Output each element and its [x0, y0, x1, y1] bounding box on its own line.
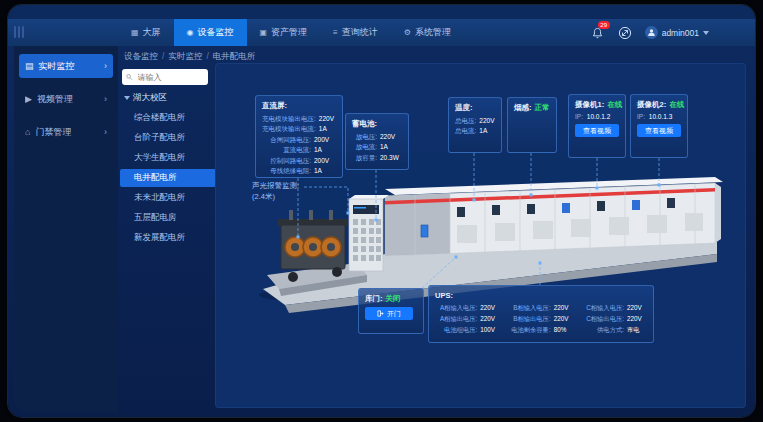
breadcrumb-label: 电井配电所: [213, 51, 256, 63]
notification-bell-icon[interactable]: 29: [591, 26, 605, 40]
tree-item-label: 台阶子配电所: [134, 132, 185, 142]
nav-item-label: 大屏: [143, 26, 161, 39]
panel-title: 烟感:正常: [514, 103, 550, 113]
sidebar-item-icon: ▤: [25, 61, 34, 71]
kv-row: B相输入电压: 220V: [508, 303, 573, 313]
kv-row: 电池剩余容量: 80%: [508, 325, 573, 335]
user-menu[interactable]: admin001: [645, 26, 709, 39]
kv-value: 80%: [554, 325, 574, 335]
nav-item[interactable]: ▣ 资产管理: [247, 19, 321, 46]
chevron-right-icon: ›: [104, 61, 107, 71]
nav-item-icon: ▣: [260, 28, 268, 37]
kv-row: 供电方式: 市电: [582, 325, 647, 335]
sidebar-item-label: 视频管理: [37, 93, 73, 106]
kv-row: 充电模块输出电压: 220V: [262, 114, 336, 124]
kv-label: 总电压:: [455, 116, 476, 126]
panel-title: 库门:关闭: [365, 294, 417, 304]
kv-row: C相输出电压: 220V: [582, 314, 647, 324]
camera-status: 在线: [669, 100, 684, 109]
ip-value: 10.0.1.3: [649, 113, 673, 120]
kv-value: 220V: [480, 303, 500, 313]
alarm-monitor-label: 声光报警监测: (2.4米): [252, 180, 299, 203]
breadcrumb-label: 设备监控: [124, 51, 158, 63]
camera-label: 摄像机2:: [637, 100, 666, 109]
app-window: ▦ 大屏 ◉ 设备监控 ▣ 资产管理 ≡ 查询统计: [8, 5, 755, 417]
door-status: 关闭: [386, 294, 401, 303]
nav-item[interactable]: ⚙ 系统管理: [391, 19, 464, 46]
battery-panel: 蓄电池: 放电压: 220V 放电流: 1A 放容量: 20.3W: [345, 113, 409, 170]
view-video-label: 查看视频: [583, 126, 611, 136]
kv-row: 充电模块输出电流: 1A: [262, 124, 336, 134]
door-label: 库门:: [365, 294, 383, 303]
alarm-sub-label: (2.4米): [252, 191, 299, 202]
kv-label: 放容量:: [352, 153, 377, 163]
notification-badge: 29: [598, 21, 610, 29]
view-video-button[interactable]: 查看视频: [575, 124, 619, 137]
camera-ip-row: IP: 10.0.1.2: [575, 113, 619, 120]
sidebar-item[interactable]: ▤ 实时监控 ›: [19, 54, 113, 78]
open-door-button[interactable]: 开门: [365, 307, 413, 320]
tree-root-node[interactable]: 湖大校区: [120, 89, 216, 107]
nav-item[interactable]: ◉ 设备监控: [174, 19, 247, 46]
tree-root-label: 湖大校区: [133, 92, 167, 104]
sidebar-item-icon: ▶: [25, 94, 32, 104]
breadcrumb-item[interactable]: 电井配电所 /: [213, 51, 256, 63]
tree-item[interactable]: 大学生配电所: [120, 149, 216, 167]
kv-row: 母线绝缘电阻: 1A: [262, 166, 336, 176]
kv-value: 220V: [554, 314, 574, 324]
smoke-label: 烟感:: [514, 103, 532, 112]
tree-item[interactable]: 电井配电所: [120, 169, 216, 187]
kv-value: 220V: [627, 303, 647, 313]
kv-label: 直流电流:: [262, 145, 311, 155]
chevron-right-icon: ›: [104, 127, 107, 137]
door-panel: 库门:关闭 开门: [358, 288, 424, 334]
smoke-status: 正常: [535, 103, 550, 112]
tree-item[interactable]: 五层配电房: [120, 209, 216, 227]
kv-value: 220V: [480, 314, 500, 324]
kv-label: 供电方式:: [582, 325, 624, 335]
kv-label: 放电流:: [352, 142, 377, 152]
fullscreen-icon[interactable]: [618, 26, 632, 40]
nav-item-icon: ▦: [131, 28, 139, 37]
tree-item[interactable]: 未来北配电所: [120, 189, 216, 207]
kv-label: 母线绝缘电阻:: [262, 166, 311, 176]
breadcrumb-separator: /: [162, 51, 164, 63]
kv-value: 市电: [627, 325, 647, 335]
panel-title: 蓄电池:: [352, 119, 402, 129]
kv-label: 合闸回路电压:: [262, 135, 311, 145]
breadcrumb-label: 实时监控: [168, 51, 202, 63]
kv-label: 充电模块输出电压:: [262, 114, 316, 124]
kv-row: 放容量: 20.3W: [352, 153, 402, 163]
breadcrumb-item[interactable]: 实时监控 /: [168, 51, 208, 63]
tree-item[interactable]: 新发展配电所: [120, 229, 216, 247]
breadcrumb-item[interactable]: 设备监控 /: [124, 51, 164, 63]
sidebar-item[interactable]: ⌂ 门禁管理 ›: [19, 120, 113, 144]
kv-row: 总电压: 220V: [455, 116, 495, 126]
tree-collapse-icon: [124, 96, 130, 100]
nav-item-icon: ⚙: [404, 28, 411, 37]
kv-label: A相输出电压:: [435, 314, 477, 324]
username: admin001: [662, 28, 699, 38]
tree-item[interactable]: 台阶子配电所: [120, 129, 216, 147]
view-video-button[interactable]: 查看视频: [637, 124, 681, 137]
panel-title: 直流屏:: [262, 101, 336, 111]
kv-value: 220V: [380, 132, 402, 142]
nav-item[interactable]: ≡ 查询统计: [320, 19, 391, 46]
search-input[interactable]: [136, 72, 204, 83]
kv-label: 充电模块输出电流:: [262, 124, 316, 134]
kv-row: 放电流: 1A: [352, 142, 402, 152]
nav-item[interactable]: ▦ 大屏: [118, 19, 174, 46]
ip-value: 10.0.1.2: [587, 113, 611, 120]
kv-label: A相输入电压:: [435, 303, 477, 313]
chevron-down-icon: [703, 31, 709, 35]
nav-item-label: 设备监控: [198, 26, 234, 39]
nav-item-label: 系统管理: [415, 26, 451, 39]
sidebar-item[interactable]: ▶ 视频管理 ›: [19, 87, 113, 111]
tree-item[interactable]: 综合楼配电所: [120, 109, 216, 127]
kv-row: B相输出电压: 220V: [508, 314, 573, 324]
ip-label: IP:: [637, 113, 645, 120]
temperature-panel: 温度: 总电压: 220V 总电流: 1A: [448, 97, 502, 153]
breadcrumb: 设备监控 / 实时监控 / 电井配电所 /: [124, 51, 255, 63]
nav-item-label: 资产管理: [271, 26, 307, 39]
panel-title: UPS:: [435, 291, 647, 300]
